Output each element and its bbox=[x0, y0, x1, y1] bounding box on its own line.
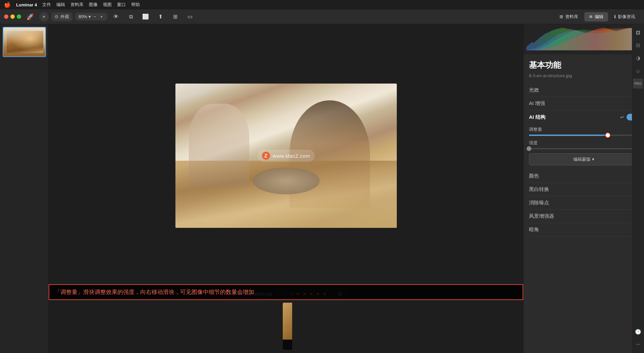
menubar: 🍎 Luminar 4 文件 编辑 资料库 图像 视图 窗口 帮助 bbox=[0, 0, 644, 9]
menu-window[interactable]: 窗口 bbox=[117, 2, 126, 8]
face-icon-button[interactable]: ☺ bbox=[633, 66, 643, 76]
app-name: Luminar 4 bbox=[16, 2, 37, 7]
toolbar: 🚀 + ⊙ 外观 80% ▾ − + 👁 ⧉ ⬜ ⬆ ⊞ ▭ ⊞ 资料库 ≋ 编… bbox=[0, 9, 644, 24]
panel-content: 基本功能 8-3-en-ai-structure.jpg 光效 AI 增强 AI… bbox=[524, 54, 644, 353]
crop-icon-button[interactable]: ⬜ bbox=[140, 11, 152, 22]
zoom-plus-button[interactable]: + bbox=[99, 14, 104, 19]
compare-icon-button[interactable]: ⧉ bbox=[125, 11, 137, 22]
right-icons-panel: ⊡ ⊟ ◑ ☺ PRO 🕐 ••• bbox=[632, 24, 644, 353]
library-icon: ⊞ bbox=[559, 14, 563, 19]
section-vignette[interactable]: 暗角 bbox=[529, 223, 639, 237]
adjustments-icon-button[interactable]: ⊟ bbox=[633, 40, 643, 50]
zoom-control: 80% ▾ − + bbox=[75, 13, 107, 20]
section-ai-structure: AI 结构 ↩ 调整量 55 强度 bbox=[529, 110, 639, 165]
watermark-logo: Z bbox=[262, 152, 270, 160]
tooltip-text: 「调整量」滑块调整效果的强度，向右移动滑块，可见图像中细节的数量会增加 bbox=[55, 289, 254, 295]
library-label: 资料库 bbox=[565, 14, 578, 20]
more-icon-button[interactable]: ••• bbox=[633, 340, 643, 350]
film-label-ai-enhancer: AI ImageEnhancer bbox=[283, 340, 292, 350]
left-sidebar bbox=[0, 24, 49, 353]
filmstrip: AI ImageEnhancer Classic B&W ContrastEnh… bbox=[280, 300, 292, 353]
apple-menu[interactable]: 🍎 bbox=[4, 2, 11, 8]
thumbnail-item[interactable] bbox=[3, 27, 46, 57]
adjustment-thumb[interactable] bbox=[605, 133, 610, 138]
photo-canvas: Z www.MacZ.com bbox=[175, 84, 397, 228]
appearance-icon: ⊙ bbox=[55, 14, 58, 19]
adjustment-track[interactable] bbox=[529, 135, 639, 136]
strength-thumb[interactable] bbox=[527, 146, 531, 151]
edit-label: 编辑 bbox=[595, 14, 603, 20]
canvas-container: Z www.MacZ.com bbox=[49, 24, 523, 287]
ai-structure-title: AI 结构 bbox=[529, 114, 545, 120]
undo-icon[interactable]: ↩ bbox=[620, 115, 624, 120]
export-icon-button[interactable]: ⬆ bbox=[154, 11, 166, 22]
section-ai-structure-header[interactable]: AI 结构 ↩ bbox=[529, 110, 639, 122]
film-item-ai-enhancer[interactable]: AI ImageEnhancer bbox=[283, 303, 292, 350]
zoom-chevron-icon: ▾ bbox=[89, 14, 91, 19]
section-bw[interactable]: 黑白转换 bbox=[529, 183, 639, 196]
info-label: 影像资讯 bbox=[618, 14, 635, 20]
rocket-icon: 🚀 bbox=[26, 13, 34, 20]
panel-filename: 8-3-en-ai-structure.jpg bbox=[529, 73, 639, 78]
section-ai-enhance[interactable]: AI 增强 bbox=[529, 97, 639, 110]
maximize-button[interactable] bbox=[17, 14, 21, 19]
zoom-level: 80% bbox=[78, 14, 87, 19]
adjustment-label: 调整量 bbox=[529, 127, 542, 133]
appearance-section[interactable]: ⊙ 外观 bbox=[51, 12, 72, 21]
menu-help[interactable]: 帮助 bbox=[131, 2, 140, 8]
menu-view[interactable]: 视图 bbox=[103, 2, 112, 8]
layers-icon-button[interactable]: ⊡ bbox=[633, 28, 643, 38]
zoom-minus-button[interactable]: − bbox=[92, 14, 98, 19]
close-button[interactable] bbox=[4, 14, 8, 19]
menu-image[interactable]: 图像 bbox=[89, 2, 98, 8]
section-denoise[interactable]: 消除噪点 bbox=[529, 196, 639, 210]
menu-library[interactable]: 资料库 bbox=[70, 2, 84, 8]
film-thumbnail bbox=[283, 303, 292, 340]
info-icon: ℹ bbox=[614, 14, 616, 19]
eye-icon-button[interactable]: 👁 bbox=[110, 11, 122, 22]
histogram-area bbox=[524, 24, 644, 54]
traffic-lights bbox=[4, 14, 21, 19]
history-icon-button[interactable]: 🕐 bbox=[633, 327, 643, 337]
mask-label: 编辑蒙版 ▾ bbox=[573, 156, 594, 162]
section-color[interactable]: 颜色 bbox=[529, 169, 639, 183]
watermark-text: www.MacZ.com bbox=[273, 153, 310, 159]
watermark: Z www.MacZ.com bbox=[257, 150, 315, 162]
adjustment-label-row: 调整量 55 bbox=[529, 127, 639, 133]
strength-slider-row: 强度 0 bbox=[529, 140, 639, 149]
strength-label-row: 强度 0 bbox=[529, 140, 639, 146]
grid-icon-button[interactable]: ⊞ bbox=[169, 11, 181, 22]
toolbar-right: ⊞ 资料库 ≋ 编辑 ℹ 影像资讯 bbox=[555, 12, 640, 21]
section-light[interactable]: 光效 bbox=[529, 84, 639, 97]
menu-edit[interactable]: 编辑 bbox=[56, 2, 65, 8]
menu-file[interactable]: 文件 bbox=[42, 2, 51, 8]
strength-label: 强度 bbox=[529, 140, 538, 146]
edit-icon: ≋ bbox=[589, 14, 593, 19]
edit-mask-button[interactable]: 编辑蒙版 ▾ bbox=[529, 153, 639, 165]
adjustment-fill bbox=[529, 135, 608, 136]
appearance-label: 外观 bbox=[60, 14, 69, 20]
tab-info[interactable]: ℹ 影像资讯 bbox=[609, 12, 640, 21]
add-button[interactable]: + bbox=[39, 12, 49, 21]
tab-edit[interactable]: ≋ 编辑 bbox=[584, 12, 608, 21]
panel-title: 基本功能 bbox=[529, 60, 639, 70]
pro-badge: PRO bbox=[633, 79, 643, 89]
palette-icon-button[interactable]: ◑ bbox=[633, 53, 643, 63]
main-canvas-area: Z www.MacZ.com 8-3-en-ai-structure.jpg ○… bbox=[49, 24, 523, 353]
histogram-chart bbox=[526, 27, 641, 50]
adjustment-slider-row: 调整量 55 bbox=[529, 127, 639, 136]
tab-library[interactable]: ⊞ 资料库 bbox=[555, 12, 583, 21]
tooltip-banner: 「调整量」滑块调整效果的强度，向右移动滑块，可见图像中细节的数量会增加 bbox=[49, 284, 523, 300]
frame-icon-button[interactable]: ▭ bbox=[184, 11, 196, 22]
section-landscape[interactable]: 风景增强器 bbox=[529, 210, 639, 223]
minimize-button[interactable] bbox=[10, 14, 15, 19]
right-panel: 基本功能 8-3-en-ai-structure.jpg 光效 AI 增强 AI… bbox=[523, 24, 644, 353]
strength-track[interactable] bbox=[529, 148, 639, 149]
